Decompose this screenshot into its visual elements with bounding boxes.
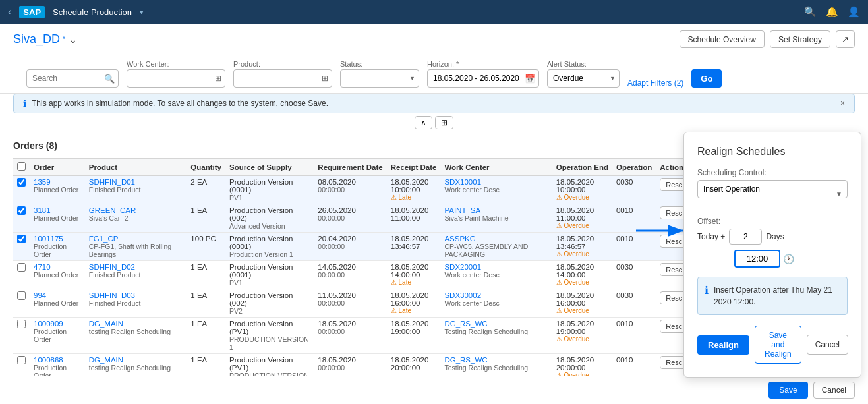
- row-operation: 0010: [612, 318, 656, 354]
- row-checkbox[interactable]: [17, 356, 26, 364]
- product-link[interactable]: SDHFIN_D02: [89, 263, 135, 271]
- user-icon[interactable]: 👤: [848, 6, 860, 18]
- row-checkbox-cell: [13, 204, 30, 233]
- row-op-end: 18.05.2020 10:00:00 ⚠ Overdue: [552, 176, 612, 204]
- product-desc: testing Realign Scheduling: [89, 364, 171, 372]
- select-all-checkbox[interactable]: [17, 162, 26, 171]
- order-link[interactable]: 3181: [34, 206, 51, 214]
- scheduling-control-label: Scheduling Control:: [697, 168, 848, 177]
- supply-sub: PRODUCTION VERSION 1: [229, 335, 309, 351]
- collapse-up-button[interactable]: ∧: [415, 116, 432, 129]
- late-badge: ⚠ Late: [391, 307, 437, 314]
- info-text: This app works in simulation mode. To sa…: [32, 99, 328, 108]
- alert-select[interactable]: Overdue: [547, 69, 620, 88]
- cancel-panel-button[interactable]: Cancel: [807, 335, 848, 355]
- save-and-realign-button[interactable]: Save and Realign: [755, 326, 801, 364]
- row-checkbox[interactable]: [17, 291, 26, 300]
- row-quantity: 2 EA: [187, 176, 225, 204]
- cancel-button[interactable]: Cancel: [813, 382, 855, 390]
- row-checkbox[interactable]: [17, 235, 26, 243]
- adapt-filters-link[interactable]: Adapt Filters (2): [627, 78, 683, 88]
- time-input[interactable]: [734, 250, 780, 268]
- work-center-link[interactable]: DG_RS_WC: [444, 320, 487, 328]
- work-center-link[interactable]: PAINT_SA: [444, 206, 480, 214]
- calendar-icon[interactable]: 📅: [525, 74, 535, 84]
- bell-icon[interactable]: 🔔: [826, 6, 838, 18]
- alert-label: Alert Status:: [547, 60, 620, 68]
- days-label: Days: [766, 232, 784, 241]
- product-link[interactable]: DG_MAIN: [89, 320, 123, 328]
- product-link[interactable]: SDHFIN_D03: [89, 291, 135, 299]
- header-top: Siva_DD* ⌄ Schedule Overview Set Strateg…: [13, 30, 855, 48]
- work-center-link[interactable]: SDX30002: [444, 291, 481, 299]
- order-type: Planned Order: [34, 299, 78, 307]
- header-order: Order: [30, 159, 85, 176]
- info-icon: ℹ: [23, 98, 26, 109]
- work-center-link[interactable]: SDX20001: [444, 263, 481, 271]
- row-quantity: 100 PC: [187, 233, 225, 261]
- order-link[interactable]: 4710: [34, 263, 51, 271]
- order-link[interactable]: 1359: [34, 178, 51, 186]
- overdue-badge: ⚠ Overdue: [556, 194, 608, 201]
- row-quantity: 1 EA: [187, 204, 225, 233]
- back-button[interactable]: ‹: [8, 6, 11, 18]
- row-work-center: PAINT_SA Siva's Paint Machine: [440, 204, 552, 233]
- search-icon[interactable]: 🔍: [804, 6, 817, 18]
- row-checkbox[interactable]: [17, 320, 26, 328]
- offset-days-input[interactable]: [729, 229, 762, 245]
- order-link[interactable]: 1001175: [34, 235, 63, 243]
- row-supply: Production Version (0001) PV1: [225, 176, 314, 204]
- row-op-end: 18.05.2020 14:00:00 ⚠ Overdue: [552, 261, 612, 289]
- settings-button[interactable]: ⊞: [435, 116, 453, 129]
- title-dropdown-icon[interactable]: ⌄: [69, 34, 77, 45]
- row-receipt-date: 18.05.2020 19:00:00: [387, 318, 441, 354]
- product-link[interactable]: GREEN_CAR: [89, 206, 136, 214]
- req-time: 00:00:00: [318, 299, 345, 307]
- row-req-date: 20.04.2020 00:00:00: [314, 233, 386, 261]
- row-checkbox[interactable]: [17, 178, 26, 187]
- order-link[interactable]: 1000868: [34, 356, 63, 364]
- order-link[interactable]: 994: [34, 291, 46, 299]
- header-checkbox-cell: [13, 159, 30, 176]
- nav-dropdown-icon[interactable]: ▾: [140, 8, 144, 16]
- req-time: 00:00:00: [318, 186, 345, 194]
- status-select[interactable]: [340, 69, 419, 88]
- realign-schedules-panel: Realign Schedules Scheduling Control: In…: [683, 132, 861, 378]
- clock-icon[interactable]: 🕐: [783, 254, 794, 264]
- schedule-overview-button[interactable]: Schedule Overview: [680, 30, 765, 48]
- product-link[interactable]: SDHFIN_D01: [89, 178, 135, 186]
- work-center-link[interactable]: SDX10001: [444, 178, 481, 186]
- row-checkbox[interactable]: [17, 206, 26, 215]
- scheduling-control-select[interactable]: Insert Operation Append Operation Fixed …: [697, 180, 848, 198]
- work-center-link[interactable]: ASSPKG: [444, 235, 475, 243]
- realign-button[interactable]: Realign: [697, 335, 749, 355]
- header-op-end: Operation End: [552, 159, 612, 176]
- row-op-end: 18.05.2020 11:00:00 ⚠ Overdue: [552, 204, 612, 233]
- work-center-input[interactable]: [127, 69, 225, 88]
- save-button[interactable]: Save: [768, 382, 807, 390]
- row-checkbox-cell: [13, 176, 30, 204]
- row-checkbox-cell: [13, 318, 30, 354]
- close-info-button[interactable]: ×: [840, 99, 845, 108]
- product-link[interactable]: FG1_CP: [89, 235, 119, 243]
- work-center-link[interactable]: DG_RS_WC: [444, 356, 487, 364]
- top-section: Siva_DD* ⌄ Schedule Overview Set Strateg…: [0, 24, 868, 132]
- set-strategy-button[interactable]: Set Strategy: [770, 30, 830, 48]
- req-time: 00:00:00: [318, 271, 345, 279]
- row-req-date: 18.05.2020 00:00:00: [314, 318, 386, 354]
- work-center-desc: Work center Desc: [444, 271, 499, 279]
- share-button[interactable]: ↗: [836, 30, 855, 48]
- order-type: Planned Order: [34, 271, 78, 279]
- horizon-input[interactable]: [427, 69, 539, 88]
- order-link[interactable]: 1000909: [34, 320, 63, 328]
- product-link[interactable]: DG_MAIN: [89, 356, 123, 364]
- req-time: 00:00:00: [318, 243, 345, 250]
- header-req-date: Requirement Date: [314, 159, 386, 176]
- row-supply: Production Version (002) PV2: [225, 289, 314, 318]
- row-operation: 0030: [612, 289, 656, 318]
- row-checkbox[interactable]: [17, 263, 26, 272]
- go-button[interactable]: Go: [691, 69, 722, 88]
- product-input[interactable]: [233, 69, 332, 88]
- row-op-end: 18.05.2020 13:46:57 ⚠ Overdue: [552, 233, 612, 261]
- row-req-date: 14.05.2020 00:00:00: [314, 261, 386, 289]
